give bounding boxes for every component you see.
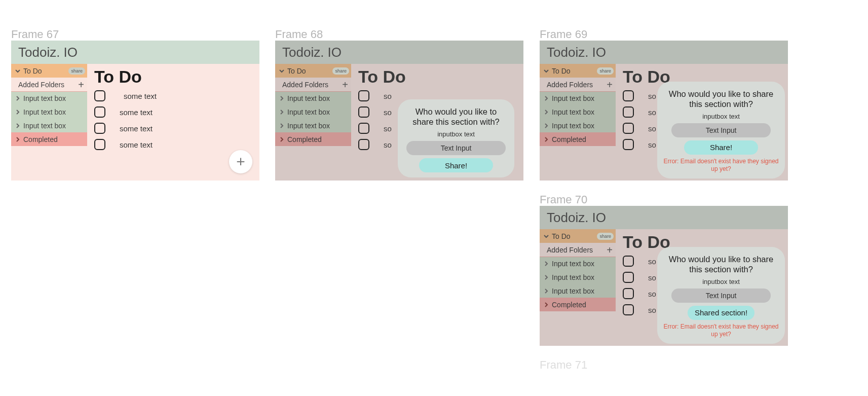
checkbox[interactable] — [623, 256, 634, 267]
app-header: Todoiz. IO — [11, 41, 259, 64]
sidebar-completed[interactable]: Completed — [540, 132, 616, 146]
sidebar-added-label: Added Folders — [547, 246, 593, 254]
checkbox[interactable] — [94, 123, 105, 134]
todo-text: so — [648, 290, 656, 298]
frame-label-70: Frame 70 — [540, 193, 587, 206]
sidebar-completed[interactable]: Completed — [540, 298, 616, 311]
sidebar-added-label: Added Folders — [18, 81, 64, 89]
checkbox[interactable] — [623, 288, 634, 299]
frame-label-71: Frame 71 — [540, 358, 587, 372]
checkbox[interactable] — [94, 90, 105, 101]
sidebar-folder-label: Input text box — [287, 108, 330, 116]
todo-text: so — [384, 92, 392, 100]
plus-icon[interactable]: + — [607, 245, 613, 255]
chevron-right-icon — [14, 123, 21, 128]
modal-text-input[interactable]: Text Input — [671, 289, 771, 303]
sidebar-folder-2[interactable]: Input text box — [11, 105, 87, 119]
sidebar: To Do share Added Folders + Input text b… — [540, 64, 616, 181]
todo-text: some text — [120, 140, 153, 149]
sidebar-folder-3[interactable]: Input text box — [11, 119, 87, 132]
sidebar-folder-label: Input text box — [23, 94, 66, 102]
modal-placeholder: inputbox text — [702, 113, 740, 120]
checkbox[interactable] — [358, 106, 369, 118]
app-header: Todoiz. IO — [540, 41, 788, 64]
shared-button[interactable]: Shared section! — [688, 306, 754, 320]
sidebar-item-todo[interactable]: To Do share — [540, 64, 616, 78]
checkbox[interactable] — [623, 304, 634, 315]
sidebar-folder-2[interactable]: Input text box — [540, 105, 616, 119]
checkbox[interactable] — [358, 123, 369, 134]
sidebar-added-label: Added Folders — [282, 81, 328, 89]
modal-text-input[interactable]: Text Input — [671, 123, 771, 137]
chevron-down-icon — [278, 68, 285, 74]
sidebar-added-folders[interactable]: Added Folders + — [540, 78, 616, 91]
sidebar-item-todo[interactable]: To Do share — [540, 229, 616, 243]
plus-icon[interactable]: + — [342, 80, 348, 90]
modal-placeholder: inputbox text — [437, 130, 475, 138]
app-header: Todoiz. IO — [275, 41, 523, 64]
add-button[interactable]: + — [229, 150, 252, 173]
modal-text-input[interactable]: Text Input — [406, 141, 506, 155]
share-chip[interactable]: share — [597, 67, 614, 75]
sidebar-added-folders[interactable]: Added Folders + — [275, 78, 351, 91]
checkbox[interactable] — [94, 139, 105, 150]
sidebar-added-folders[interactable]: Added Folders + — [11, 78, 87, 91]
sidebar-added-folders[interactable]: Added Folders + — [540, 243, 616, 257]
chevron-right-icon — [543, 275, 550, 280]
sidebar-folder-1[interactable]: Input text box — [11, 91, 87, 105]
checkbox[interactable] — [358, 90, 369, 101]
checkbox[interactable] — [623, 272, 634, 283]
sidebar-folder-1[interactable]: Input text box — [275, 91, 351, 105]
page-title: To Do — [358, 67, 518, 87]
sidebar-folder-label: Input text box — [23, 122, 66, 130]
sidebar-folder-label: Input text box — [552, 273, 594, 281]
share-modal: Who would you like to share this section… — [657, 82, 785, 178]
sidebar-folder-3[interactable]: Input text box — [540, 284, 616, 298]
sidebar-folder-3[interactable]: Input text box — [275, 119, 351, 132]
sidebar-folder-label: Input text box — [552, 94, 594, 102]
plus-icon[interactable]: + — [78, 80, 84, 90]
sidebar-folder-1[interactable]: Input text box — [540, 91, 616, 105]
sidebar-completed[interactable]: Completed — [11, 132, 87, 146]
sidebar-added-label: Added Folders — [547, 81, 593, 89]
todo-item[interactable]: some text — [94, 104, 254, 120]
checkbox[interactable] — [623, 123, 634, 134]
share-button[interactable]: Share! — [684, 140, 758, 155]
frame-label-68: Frame 68 — [275, 28, 323, 41]
todo-item[interactable]: some text — [94, 120, 254, 136]
sidebar-todo-label: To Do — [287, 67, 306, 75]
todo-text: so — [648, 140, 656, 149]
sidebar-completed[interactable]: Completed — [275, 132, 351, 146]
chevron-right-icon — [278, 96, 285, 101]
chevron-down-icon — [543, 233, 550, 239]
sidebar-folder-1[interactable]: Input text box — [540, 257, 616, 270]
sidebar-folder-3[interactable]: Input text box — [540, 119, 616, 132]
todo-item[interactable]: some text — [94, 136, 254, 153]
checkbox[interactable] — [358, 139, 369, 150]
todo-text: some text — [120, 124, 153, 133]
checkbox[interactable] — [623, 106, 634, 118]
sidebar-folder-2[interactable]: Input text box — [275, 105, 351, 119]
checkbox[interactable] — [94, 106, 105, 118]
share-chip[interactable]: share — [68, 67, 85, 75]
modal-question: Who would you like to share this section… — [663, 254, 779, 275]
checkbox[interactable] — [623, 139, 634, 150]
sidebar-item-todo[interactable]: To Do share — [11, 64, 87, 78]
todo-text: so — [384, 140, 392, 149]
chevron-right-icon — [543, 302, 550, 307]
sidebar-todo-label: To Do — [23, 67, 42, 75]
share-button[interactable]: Share! — [419, 158, 493, 172]
todo-text: so — [384, 124, 392, 133]
sidebar-completed-label: Completed — [23, 135, 58, 143]
plus-icon[interactable]: + — [607, 80, 613, 90]
chevron-right-icon — [543, 123, 550, 128]
checkbox[interactable] — [623, 90, 634, 101]
todo-text: so — [648, 273, 656, 282]
sidebar-item-todo[interactable]: To Do share — [275, 64, 351, 78]
share-chip[interactable]: share — [332, 67, 349, 75]
sidebar-folder-2[interactable]: Input text box — [540, 270, 616, 284]
app-title: Todoiz. IO — [547, 45, 606, 60]
share-chip[interactable]: share — [597, 233, 614, 240]
todo-item[interactable]: some text — [94, 88, 254, 104]
todo-text: so — [648, 92, 656, 100]
